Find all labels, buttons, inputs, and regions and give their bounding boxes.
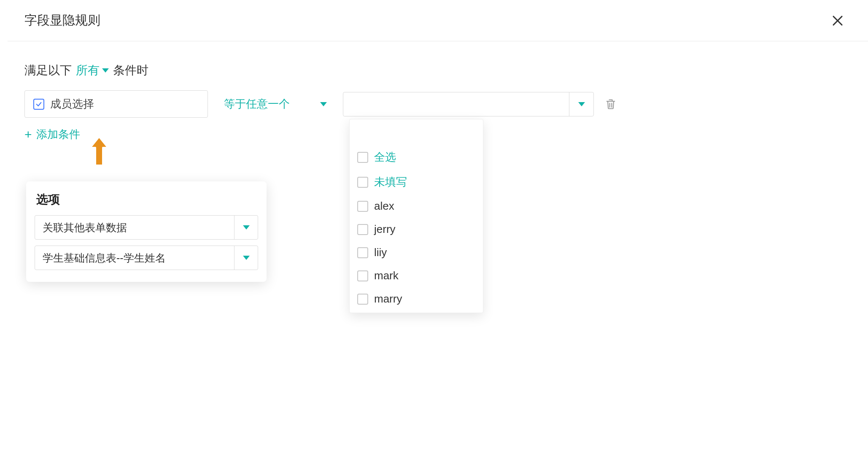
field-select[interactable]: 成员选择 bbox=[24, 90, 208, 118]
condition-sentence: 满足以下 所有 条件时 bbox=[24, 62, 851, 78]
options-panel-title: 选项 bbox=[35, 192, 258, 208]
delete-condition-button[interactable] bbox=[602, 96, 619, 113]
value-dropdown-panel: 全选 未填写 alex jerry liiy mark bbox=[349, 119, 483, 313]
condition-mode-select[interactable]: 所有 bbox=[76, 62, 109, 78]
value-dropdown-button[interactable] bbox=[575, 220, 600, 243]
dropdown-search-input[interactable] bbox=[361, 127, 477, 138]
value-select[interactable] bbox=[343, 92, 594, 116]
option-label: alex bbox=[374, 200, 394, 213]
option-label: marry bbox=[374, 292, 402, 305]
dropdown-search bbox=[350, 119, 483, 144]
chevron-down-icon bbox=[320, 102, 327, 106]
checkbox[interactable] bbox=[357, 294, 368, 305]
add-condition-label: 添加条件 bbox=[36, 127, 80, 142]
checkbox[interactable] bbox=[357, 152, 368, 163]
close-button[interactable] bbox=[829, 12, 846, 29]
arrow-up-icon bbox=[88, 134, 111, 168]
empty-label: 未填写 bbox=[374, 175, 407, 189]
value-dropdown-button[interactable] bbox=[569, 92, 593, 116]
condition-row: 成员选择 等于任意一个 bbox=[24, 90, 851, 118]
select-all-option[interactable]: 全选 bbox=[350, 145, 483, 170]
field-label: 成员选择 bbox=[50, 97, 94, 111]
modal-header: 字段显隐规则 bbox=[8, 0, 868, 41]
condition-suffix: 条件时 bbox=[113, 62, 148, 78]
operator-select[interactable]: 等于任意一个 bbox=[216, 91, 334, 117]
chevron-down-icon bbox=[585, 230, 591, 234]
checkbox[interactable] bbox=[357, 224, 368, 235]
dropdown-option[interactable]: mark bbox=[350, 264, 483, 287]
select-all-label: 全选 bbox=[374, 150, 396, 165]
dropdown-list[interactable]: 全选 未填写 alex jerry liiy mark bbox=[350, 144, 483, 313]
option-label: mark bbox=[374, 269, 399, 282]
add-condition-button[interactable]: + 添加条件 bbox=[24, 127, 80, 142]
arrow-annotation bbox=[88, 134, 111, 170]
close-icon bbox=[831, 14, 844, 27]
plus-icon: + bbox=[24, 128, 32, 141]
data-source-select[interactable]: 关联其他表单数据 bbox=[35, 215, 258, 240]
chevron-down-icon bbox=[578, 102, 585, 106]
checkbox[interactable] bbox=[357, 270, 368, 281]
linked-field-select[interactable]: 学生基础信息表--学生姓名 bbox=[35, 246, 258, 270]
dropdown-option[interactable]: jerry bbox=[350, 218, 483, 241]
value-display bbox=[343, 92, 569, 116]
modal-title: 字段显隐规则 bbox=[24, 12, 100, 29]
dropdown-option[interactable]: marry bbox=[350, 287, 483, 311]
chevron-down-icon bbox=[102, 68, 109, 73]
member-select-icon bbox=[33, 99, 44, 110]
checkbox[interactable] bbox=[357, 247, 368, 258]
dropdown-option[interactable]: liiy bbox=[350, 241, 483, 264]
trash-icon bbox=[605, 98, 617, 110]
linked-field-value: 学生基础信息表--学生姓名 bbox=[35, 246, 234, 270]
condition-mode-label: 所有 bbox=[76, 62, 100, 78]
dropdown-option[interactable]: alex bbox=[350, 195, 483, 218]
checkbox[interactable] bbox=[357, 201, 368, 212]
chevron-down-icon bbox=[243, 225, 250, 230]
condition-prefix: 满足以下 bbox=[24, 62, 72, 78]
empty-option[interactable]: 未填写 bbox=[350, 170, 483, 195]
option-label: jerry bbox=[374, 223, 396, 236]
data-source-value: 关联其他表单数据 bbox=[35, 216, 234, 239]
options-panel: 选项 关联其他表单数据 学生基础信息表--学生姓名 bbox=[26, 181, 267, 282]
operator-label: 等于任意一个 bbox=[224, 97, 290, 111]
checkbox[interactable] bbox=[357, 177, 368, 188]
chevron-down-icon bbox=[243, 256, 250, 260]
option-label: liiy bbox=[374, 246, 387, 259]
field-visibility-rule-modal: 字段显隐规则 满足以下 所有 条件时 成员选择 等于任意一个 bbox=[8, 0, 868, 462]
